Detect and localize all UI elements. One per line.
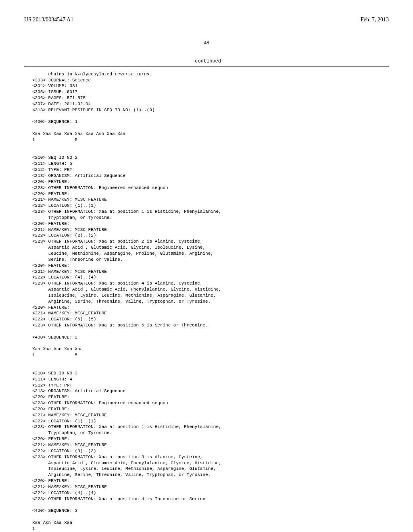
sequence-listing-content: chains in N-glycosylated reverse turns. … <box>24 71 389 532</box>
section-divider <box>24 66 389 66</box>
publication-date: Feb. 7, 2013 <box>361 16 389 23</box>
publication-number: US 2013/0034547 A1 <box>24 16 73 23</box>
page-number: 48 <box>24 39 389 46</box>
page-header: US 2013/0034547 A1 Feb. 7, 2013 <box>24 16 389 23</box>
continued-label: -continued <box>24 58 389 65</box>
